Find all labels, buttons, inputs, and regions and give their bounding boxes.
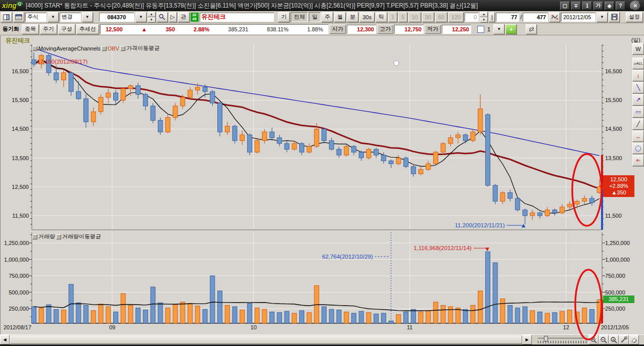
count-dropdown-icon[interactable]: ▼ xyxy=(493,24,504,34)
legend-checkbox-icon[interactable] xyxy=(32,234,37,239)
cycle-button[interactable]: 주기 xyxy=(40,24,57,34)
new-chart-button[interactable] xyxy=(1,12,12,22)
link-button[interactable]: 관 xyxy=(178,12,190,22)
volume-bar xyxy=(247,304,252,323)
x-axis-start-label: 2012/08/17 xyxy=(4,324,31,330)
legend-volume-ma[interactable]: 거래량이동평균 xyxy=(62,233,101,240)
refresh-button[interactable] xyxy=(526,24,537,34)
zoom-in-button[interactable] xyxy=(588,335,599,344)
pipe-button[interactable]: | xyxy=(489,12,495,22)
screen-number-badge: 3045 xyxy=(191,13,199,22)
pin-button[interactable]: ∓ xyxy=(571,2,581,10)
legend-volume[interactable]: 거래량 xyxy=(38,233,55,240)
volume-bar xyxy=(590,309,594,323)
font-small-button[interactable]: 1 xyxy=(582,2,592,10)
legend-checkbox-icon[interactable] xyxy=(102,46,107,51)
scroll-right-button[interactable]: ▶ xyxy=(522,335,532,344)
font-korean-button[interactable]: 가 xyxy=(593,2,603,10)
chart-annotation: 11,200(2012/11/21) xyxy=(455,222,505,228)
legend-checkbox-icon[interactable] xyxy=(120,46,125,51)
eraser-all-button[interactable]: ▱ALL xyxy=(632,58,644,69)
stock-code-input[interactable]: 084370 xyxy=(99,13,134,22)
volume-axis-label: 750,000 xyxy=(605,273,625,279)
period-button-tick[interactable]: 틱 xyxy=(376,12,387,22)
vertical-measure-icon[interactable]: ↕ xyxy=(632,70,644,81)
trend-arrow-pencil-icon[interactable]: ↗ xyxy=(632,94,644,106)
window-layout-button[interactable] xyxy=(13,12,24,22)
volume-bar xyxy=(255,308,259,323)
maximize-button[interactable]: ▢ xyxy=(560,2,570,10)
horizontal-measure-icon[interactable]: ↔ xyxy=(632,130,644,142)
volume-bar xyxy=(567,310,572,323)
code-dropdown-icon[interactable]: ▼ xyxy=(135,12,147,22)
candle-body xyxy=(299,143,304,152)
period-button-month[interactable]: 월 xyxy=(334,12,346,22)
legend-obv[interactable]: OBV xyxy=(108,45,119,52)
w-button[interactable]: W xyxy=(632,43,644,55)
code-spinner[interactable]: ▲▼ xyxy=(148,12,156,23)
tick-spinner[interactable]: ▲▼ xyxy=(480,12,488,23)
asset-type-select[interactable]: 주식 xyxy=(25,13,47,22)
help-button[interactable]: ? xyxy=(616,2,625,10)
volume-bar xyxy=(523,307,527,323)
screen-number-top: 30 xyxy=(193,13,197,17)
legend-ma-channels[interactable]: MovingAverageChannels xyxy=(38,45,101,52)
save-button[interactable] xyxy=(609,12,620,22)
date-dropdown-icon[interactable]: ▼ xyxy=(596,12,608,22)
zoom-auto-button[interactable]: a xyxy=(609,335,619,344)
volume-bar xyxy=(471,306,475,324)
volume-bar xyxy=(292,313,297,323)
trend-zigzag-icon xyxy=(551,14,559,20)
stock-select-button[interactable]: 종목 xyxy=(22,24,39,34)
legend-checkbox-icon[interactable] xyxy=(32,46,37,51)
layout-button[interactable]: 구성 xyxy=(58,24,75,34)
add-indicator-button[interactable]: + xyxy=(505,24,517,34)
trendline-pencil-icon[interactable]: ╲ xyxy=(632,82,644,93)
candle-body xyxy=(262,132,267,140)
change-dropdown-icon[interactable]: ▼ xyxy=(82,12,93,22)
legend-price-ma[interactable]: 가격이동평균 xyxy=(126,44,160,52)
period-button-30s[interactable]: 30s xyxy=(359,12,375,22)
window-title: [4000] STAR* 통합차트 - 주식수[20,489(천)] 유동주[1… xyxy=(26,2,556,10)
bar-position-input[interactable]: 77 xyxy=(496,13,519,22)
bar-total-input[interactable]: 477 xyxy=(523,13,548,22)
search-button[interactable] xyxy=(157,12,168,22)
volume-bar xyxy=(32,307,36,323)
rectangle-tool-icon[interactable]: ▭ xyxy=(632,106,644,118)
count-checkbox[interactable] xyxy=(477,26,484,33)
period-button-minute[interactable]: 분 xyxy=(347,12,358,22)
tick-count-input[interactable]: 0 xyxy=(465,13,479,22)
trend-jump-button[interactable] xyxy=(549,12,560,22)
trendline-button[interactable]: 추세선 xyxy=(76,24,99,34)
volume-bar xyxy=(396,315,401,323)
legend-checkbox-icon[interactable] xyxy=(56,234,61,239)
scroll-left-button[interactable]: ◀ xyxy=(0,335,10,344)
erase-drawing-button[interactable] xyxy=(629,335,639,344)
settings-button[interactable]: 설정 xyxy=(626,12,643,22)
period-button-week[interactable]: 주 xyxy=(321,12,333,22)
up-arrow-icon: ▲ xyxy=(142,26,147,32)
volume-bar xyxy=(47,305,51,323)
chart-settings-button[interactable] xyxy=(619,335,629,344)
next-arrow-button[interactable]: ▷ xyxy=(169,12,177,22)
candle-body xyxy=(515,199,520,210)
x-axis-end-label: 2012/12/05 xyxy=(601,324,629,330)
scrollbar-thumb[interactable] xyxy=(10,335,522,344)
minute-button-60: 60 xyxy=(435,12,447,22)
candle-body xyxy=(433,152,438,164)
change-select[interactable]: 변경 xyxy=(60,13,81,22)
asset-type-dropdown-icon[interactable]: ▼ xyxy=(48,12,59,22)
period-button-day[interactable]: 일 xyxy=(309,12,320,22)
line-tool-icon[interactable]: ╱ xyxy=(632,118,644,130)
updown-button[interactable]: ◆ xyxy=(605,2,614,10)
candle-body xyxy=(582,199,587,202)
period-button-all[interactable]: 전체 xyxy=(291,12,308,22)
close-button[interactable]: ✕ xyxy=(630,1,641,11)
zoom-out-button[interactable] xyxy=(599,335,609,344)
fibonacci-tool-icon[interactable]: 4≡ xyxy=(632,155,644,166)
date-select[interactable]: 2012/12/05 xyxy=(561,13,595,22)
ellipse-tool-icon[interactable]: ◯ xyxy=(632,142,644,154)
candle-body xyxy=(344,146,349,155)
zoom-slider[interactable] xyxy=(537,335,587,344)
period-button-gi[interactable]: 기 xyxy=(278,12,290,22)
